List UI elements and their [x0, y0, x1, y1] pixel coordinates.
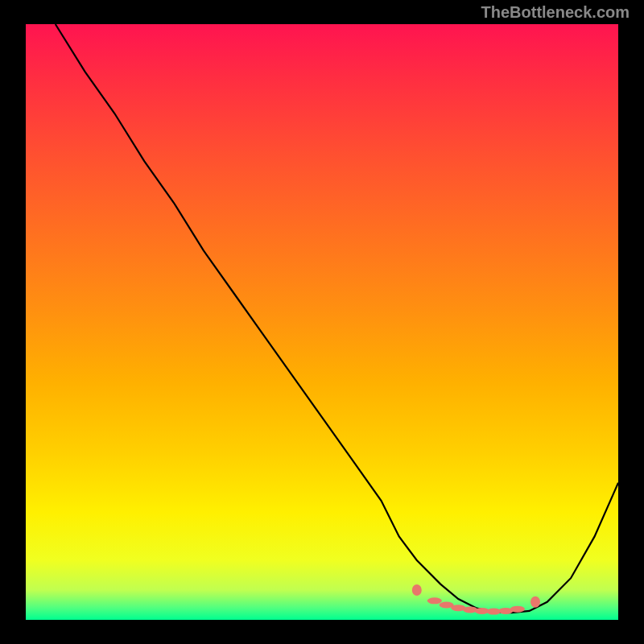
watermark-text: TheBottleneck.com	[481, 3, 630, 22]
chart-plot-area	[26, 24, 618, 620]
